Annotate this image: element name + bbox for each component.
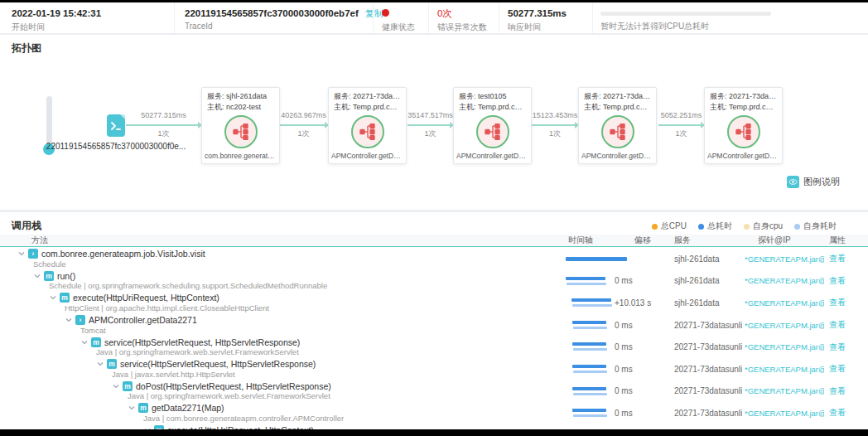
timeline-bar-total bbox=[572, 365, 606, 368]
cpu-progress-bar bbox=[600, 12, 771, 16]
timeline-cell bbox=[547, 314, 611, 337]
legend-button-label: 图例说明 bbox=[803, 176, 840, 188]
view-link[interactable]: 查看 bbox=[824, 319, 868, 331]
service-value: 20271-73datasunli bbox=[671, 386, 741, 395]
view-link[interactable]: 查看 bbox=[824, 363, 868, 375]
chevron-down-icon[interactable] bbox=[65, 317, 72, 323]
timeline-cell bbox=[547, 248, 611, 270]
edge-time: 35147.517ms bbox=[407, 111, 453, 120]
chevron-down-icon[interactable] bbox=[144, 427, 151, 429]
edge-line bbox=[126, 124, 201, 126]
job-icon: › bbox=[75, 315, 85, 325]
timeline-bar-self bbox=[572, 304, 612, 307]
method-title[interactable]: run() bbox=[57, 271, 75, 281]
legend-label: 自身cpu bbox=[753, 220, 783, 232]
callstack-row[interactable]: m service(HttpServletRequest, HttpServle… bbox=[0, 336, 868, 358]
callstack-row[interactable]: m run() Schedule | org.springframework.s… bbox=[0, 270, 868, 293]
screen: 2022-01-19 15:42:31 开始时间 220119154565857… bbox=[0, 0, 868, 436]
service-node-icon bbox=[601, 115, 634, 148]
start-time-label: 开始时间 bbox=[12, 22, 174, 33]
cpu-total-label: 暂时无法计算得到CPU总耗时 bbox=[600, 21, 868, 32]
probe-link[interactable]: *GENERATEAPM.jar@10.241.3.204 bbox=[741, 342, 824, 351]
legend-label: 自身耗时 bbox=[803, 220, 837, 232]
topology-node[interactable]: 服务: test0105 主机: Temp.prd.comm.vm.by.idc… bbox=[453, 87, 532, 164]
legend-item: 总CPU bbox=[652, 220, 687, 232]
callstack-row[interactable]: › com.bonree.generateapm.job.VisitJob.vi… bbox=[0, 248, 868, 270]
method-title[interactable]: service(HttpServletRequest, HttpServletR… bbox=[120, 359, 316, 369]
view-link[interactable]: 查看 bbox=[824, 407, 868, 419]
probe-link[interactable]: *GENERATEAPM.jar@10.241.3.202 bbox=[741, 276, 824, 285]
offset-value: 0 ms bbox=[611, 276, 671, 285]
timeline-bar-self bbox=[573, 414, 607, 417]
topology-edge: 35147.517ms 1次 bbox=[407, 111, 453, 141]
chevron-down-icon[interactable] bbox=[18, 250, 25, 257]
edge-line bbox=[658, 124, 704, 126]
node-service: 服务: test0105 bbox=[454, 91, 531, 102]
timeline-bar-total bbox=[572, 387, 606, 390]
start-time-block: 2022-01-19 15:42:31 开始时间 bbox=[0, 2, 174, 33]
method-cell: m service(HttpServletRequest, HttpServle… bbox=[0, 337, 547, 357]
chevron-down-icon[interactable] bbox=[34, 273, 41, 279]
chevron-down-icon[interactable] bbox=[50, 294, 56, 301]
method-title[interactable]: service(HttpServletRequest, HttpServletR… bbox=[104, 337, 300, 347]
timeline-bar-total bbox=[572, 342, 606, 346]
callstack-row[interactable]: m doPost(HttpServletRequest, HttpServlet… bbox=[0, 380, 868, 403]
column-header-method: 方法 bbox=[0, 235, 547, 246]
node-service: 服务: 20271-73datasunli bbox=[579, 91, 656, 102]
callstack-row[interactable]: › APMController.getData2271 Tomcat 0 ms … bbox=[0, 314, 868, 337]
chevron-down-icon[interactable] bbox=[128, 405, 135, 411]
job-icon: › bbox=[28, 249, 38, 259]
chevron-down-icon[interactable] bbox=[81, 339, 88, 346]
method-title[interactable]: doPost(HttpServletRequest, HttpServletRe… bbox=[136, 381, 331, 391]
edge-time: 40263.967ms bbox=[279, 111, 328, 120]
legend-label: 总CPU bbox=[661, 220, 687, 232]
method-title[interactable]: execute(HttpUriRequest, HttpContext) bbox=[167, 425, 314, 429]
method-title[interactable]: getData2271(Map) bbox=[152, 403, 224, 413]
edge-count: 1次 bbox=[126, 128, 201, 139]
probe-link[interactable]: *GENERATEAPM.jar@10.241.3.204 bbox=[741, 321, 824, 330]
probe-link[interactable]: *GENERATEAPM.jar@10.241.3.202 bbox=[741, 298, 824, 308]
timeline-cell bbox=[547, 380, 611, 403]
error-count-block: 0次 错误异常次数 bbox=[428, 2, 499, 33]
topology-node[interactable]: 服务: 20271-73datasunli 主机: Temp.prd.comm.… bbox=[328, 87, 407, 164]
probe-link[interactable]: *GENERATEAPM.jar@10.241.3.202 bbox=[741, 254, 824, 264]
response-time-block: 50277.315ms 响应时间 bbox=[499, 2, 592, 33]
probe-link[interactable]: *GENERATEAPM.jar@10.241.3.204 bbox=[741, 409, 824, 418]
callstack-row[interactable]: m execute(HttpUriRequest, HttpContext) +… bbox=[0, 424, 868, 429]
view-link[interactable]: 查看 bbox=[824, 297, 868, 308]
callstack-table-header: 方法 时间轴 偏移 服务 探针@IP 属性 bbox=[0, 235, 868, 247]
topology-node[interactable]: 服务: sjhl-261data 主机: nc202-test com.bonr… bbox=[201, 87, 280, 164]
timeline-bar-self bbox=[573, 348, 607, 351]
view-link[interactable]: 查看 bbox=[824, 253, 868, 264]
topology-node[interactable]: 服务: 20271-73datasunli 主机: Temp.prd.comm.… bbox=[578, 87, 657, 164]
view-link[interactable]: 查看 bbox=[824, 385, 868, 397]
method-title[interactable]: APMController.getData2271 bbox=[89, 315, 197, 325]
fold-corner bbox=[120, 114, 125, 119]
topology-node[interactable]: 服务: 20271-73datasunli 主机: Temp.prd.comm.… bbox=[704, 87, 783, 164]
health-status-dot bbox=[382, 9, 389, 17]
service-node-icon bbox=[224, 115, 258, 148]
callstack-legend: 总CPU 总耗时 自身cpu 自身耗时 bbox=[652, 220, 837, 232]
probe-link[interactable]: *GENERATEAPM.jar@10.241.3.204 bbox=[741, 365, 824, 374]
timeline-bar-total bbox=[566, 257, 627, 261]
edge-time: 5052.251ms bbox=[658, 111, 704, 120]
probe-link[interactable]: *GENERATEAPM.jar@10.241.3.204 bbox=[741, 386, 824, 395]
timeline-bar-total bbox=[572, 321, 606, 324]
callstack-row[interactable]: m service(HttpServletRequest, HttpServle… bbox=[0, 358, 868, 380]
cpu-total-block: 暂时无法计算得到CPU总耗时 bbox=[592, 2, 868, 33]
method-title[interactable]: com.bonree.generateapm.job.VisitJob.visi… bbox=[41, 249, 205, 259]
timeline-cell bbox=[547, 402, 611, 424]
trace-entry-icon[interactable] bbox=[107, 114, 125, 137]
method-title[interactable]: execute(HttpUriRequest, HttpContext) bbox=[73, 293, 219, 303]
callstack-row[interactable]: m getData2271(Map) Java | com.bonree.gen… bbox=[0, 402, 868, 424]
callstack-row[interactable]: m execute(HttpUriRequest, HttpContext) H… bbox=[0, 292, 868, 314]
view-link[interactable]: 查看 bbox=[824, 342, 868, 353]
view-link[interactable]: 查看 bbox=[824, 275, 868, 287]
method-cell: m service(HttpServletRequest, HttpServle… bbox=[0, 359, 547, 380]
method-cell: m getData2271(Map) Java | com.bonree.gen… bbox=[0, 403, 547, 424]
method-icon: m bbox=[60, 293, 70, 303]
chevron-down-icon[interactable] bbox=[97, 361, 104, 367]
legend-button[interactable]: 图例说明 bbox=[787, 176, 840, 188]
chevron-down-icon[interactable] bbox=[113, 383, 119, 390]
column-header-service: 服务 bbox=[671, 235, 741, 246]
